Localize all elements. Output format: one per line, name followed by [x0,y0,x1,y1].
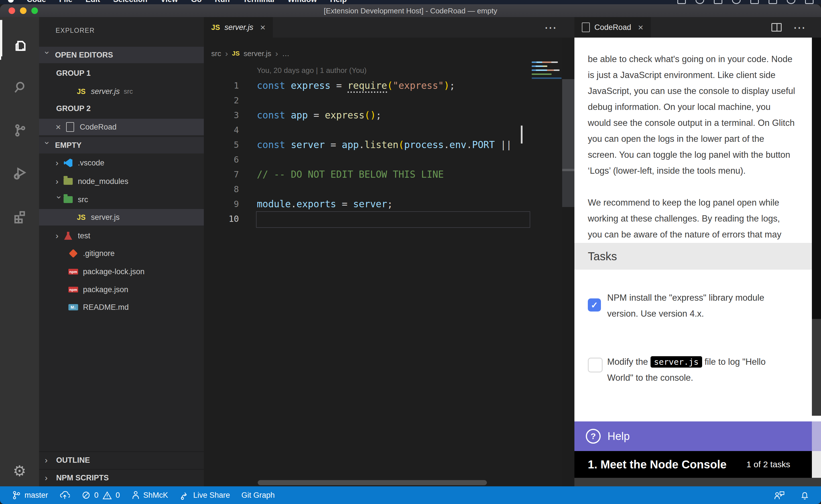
markdown-icon: M↓ [68,302,78,312]
code-line[interactable]: 3 const app = express(); [204,108,532,122]
tree-item-test[interactable]: › test [39,228,204,244]
code-line[interactable]: 6 [204,152,532,167]
tasks-section-header: Tasks [574,243,821,270]
code-lines[interactable]: 1 const express = require("express"); 2 … [204,78,532,226]
code-line[interactable]: 5 const server = app.listen(process.env.… [204,137,532,152]
tutorial-text: be able to check what's going on in your… [588,38,809,274]
bell-icon[interactable] [800,490,810,500]
task-2-text: Modify the server.js file to log "Hello … [607,354,793,386]
menu-item-terminal[interactable]: Terminal [243,0,275,4]
live-share-button[interactable]: Live Share [179,490,230,500]
extensions-icon[interactable] [0,202,39,231]
vscode-folder-icon [63,158,73,168]
menu-item-help[interactable]: Help [330,0,347,4]
git-branch-status[interactable]: master [11,490,48,500]
task-checkbox-unchecked[interactable] [588,358,602,372]
problems-status[interactable]: 0 0 [81,490,120,500]
inline-code-chip: server.js [651,356,702,368]
js-file-icon: JS [76,212,86,222]
tree-item-node-modules[interactable]: › node_modules [39,173,204,190]
warnings-icon [102,490,112,500]
menu-item-view[interactable]: View [160,0,178,4]
tree-item-readme[interactable]: M↓ README.md [39,299,204,315]
settings-gear-icon[interactable]: ⚙ [0,462,39,480]
chevron-right-icon: › [45,456,52,464]
code-line[interactable]: 2 [204,93,532,108]
tab-server-js[interactable]: JS server.js × [204,17,273,38]
menu-item-window[interactable]: Window [288,0,317,4]
npm-icon: npm [68,284,78,295]
webview-scrollbar-thumb[interactable] [812,38,821,319]
code-line[interactable]: 7 // -- DO NOT EDIT BELOW THIS LINE [204,167,532,182]
run-debug-icon[interactable] [0,159,39,187]
tree-item-server-js[interactable]: JS server.js [39,209,204,226]
close-tab-icon[interactable]: × [638,22,644,33]
menubar-status-icons[interactable] [677,0,814,4]
editor-vertical-scrollbar-thumb[interactable] [521,126,522,144]
search-icon[interactable] [0,73,39,101]
help-bar[interactable]: ? Help [574,421,821,451]
editor-horizontal-scrollbar[interactable] [258,480,487,485]
task-1-text: NPM install the "express" library module… [607,290,793,322]
npm-scripts-section-header[interactable]: › NPM SCRIPTS [39,469,204,486]
source-control-icon[interactable] [0,116,39,145]
share-arrow-icon [179,490,190,500]
live-share-account[interactable]: ShMcK [131,490,168,500]
sync-changes-button[interactable] [60,490,70,500]
git-blame-annotation: You, 20 days ago | 1 author (You) [257,66,367,77]
tree-item-gitignore[interactable]: .gitignore [39,245,204,262]
menu-item-edit[interactable]: Edit [85,0,100,4]
breadcrumb-separator-icon: › [225,49,228,58]
tree-item-vscode[interactable]: › .vscode [39,155,204,171]
webview-scrollbar-track[interactable] [812,319,821,416]
git-graph-button[interactable]: Git Graph [242,491,275,500]
code-line[interactable]: 4 [204,122,532,137]
apple-menu-icon[interactable] [8,0,14,3]
workspace-folder-header[interactable]: › EMPTY [39,137,204,153]
task-checkbox-checked[interactable]: ✓ [588,298,601,312]
chevron-right-icon: › [56,159,63,167]
close-tab-icon[interactable]: × [260,22,266,33]
editor-actions[interactable]: ⋯ [544,17,557,38]
open-editor-coderoad[interactable]: × CodeRoad [39,119,204,135]
tab-coderoad[interactable]: CodeRoad × [574,17,651,38]
open-editors-header[interactable]: › OPEN EDITORS [39,47,204,63]
chevron-right-icon: › [45,474,52,482]
close-icon[interactable]: × [56,122,61,132]
tree-item-src[interactable]: › src [39,191,204,208]
feedback-icon[interactable] [774,490,785,500]
window-title: [Extension Development Host] - CodeRoad … [0,7,821,15]
cloud-upload-icon [60,490,70,500]
coderoad-panel: CodeRoad × ⋯ be able to check what's goi… [574,17,821,486]
tree-item-package-lock[interactable]: npm package-lock.json [39,263,204,280]
menu-item-file[interactable]: File [59,0,73,4]
outline-section-header[interactable]: › OUTLINE [39,451,204,468]
code-line[interactable]: 8 [204,182,532,196]
activity-bar: ⚙ [0,17,39,486]
explorer-icon[interactable] [0,31,40,60]
tree-item-package-json[interactable]: npm package.json [39,281,204,298]
open-editor-server-js[interactable]: JS server.js src [39,83,204,100]
lesson-title-bar[interactable]: 1. Meet the Node Console 1 of 2 tasks [574,451,821,478]
menu-item-go[interactable]: Go [191,0,202,4]
panel-bottom-strip [574,478,821,486]
git-icon [68,248,78,259]
menu-item-selection[interactable]: Selection [113,0,147,4]
chevron-right-icon: › [56,178,63,185]
minimap[interactable] [532,62,561,81]
split-editor-icon[interactable] [771,23,782,32]
editor-splitter-strip[interactable] [562,38,574,486]
more-actions-icon[interactable]: ⋯ [544,20,557,35]
code-line[interactable]: 1 const express = require("express"); [204,78,532,93]
breadcrumb[interactable]: src › JS server.js › … [211,46,289,62]
chevron-right-icon: › [56,232,63,239]
more-actions-icon[interactable]: ⋯ [793,20,806,35]
menu-item-run[interactable]: Run [215,0,230,4]
status-bar: master 0 0 ShMcK Live Share Git Graph [0,486,821,504]
person-icon [131,490,140,500]
menu-item-code[interactable]: Code [27,0,46,4]
check-icon: ✓ [591,300,598,310]
code-line[interactable]: 9 module.exports = server; [204,196,532,211]
git-branch-icon [11,490,21,500]
panel-actions[interactable]: ⋯ [771,17,806,38]
